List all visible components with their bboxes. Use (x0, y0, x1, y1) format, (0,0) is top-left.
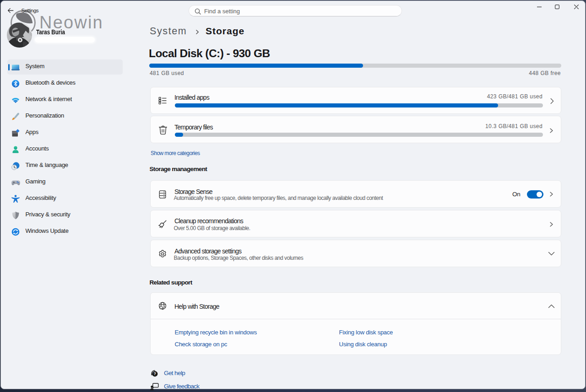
svg-text:?: ? (154, 371, 156, 376)
